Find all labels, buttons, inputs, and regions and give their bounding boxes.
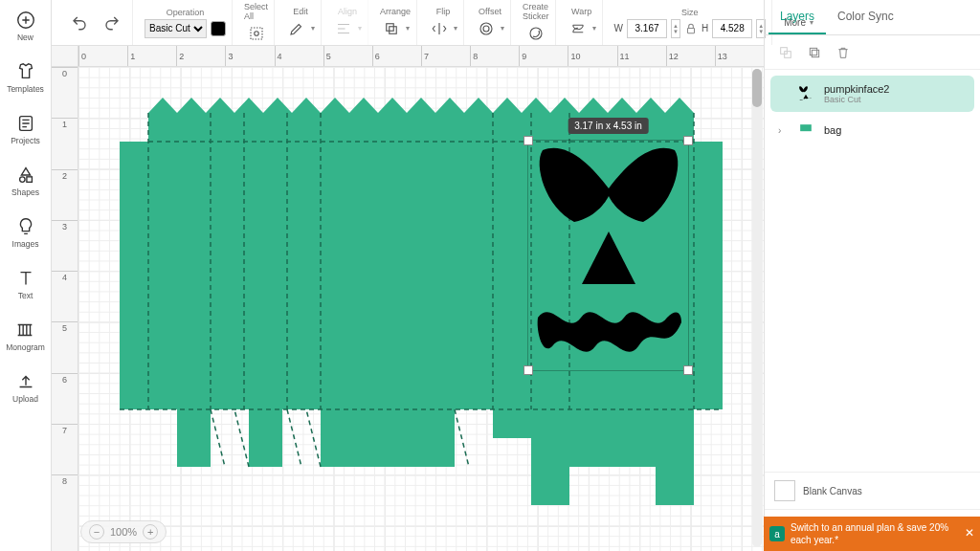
flip-icon: [429, 18, 450, 39]
warp-group[interactable]: Warp ▾: [562, 0, 603, 45]
ruler-vertical: 012345678: [52, 67, 78, 551]
svg-line-25: [287, 409, 301, 467]
edit-group[interactable]: Edit ▾: [280, 0, 322, 45]
shirt-icon: [15, 61, 36, 82]
offset-group[interactable]: Offset ▾: [470, 0, 511, 45]
selection-box[interactable]: 3.17 in x 4.53 in: [527, 140, 689, 371]
zoom-out-button[interactable]: −: [89, 524, 104, 540]
svg-rect-32: [800, 124, 812, 131]
rail-monogram[interactable]: Monogram: [6, 316, 45, 356]
svg-line-26: [306, 409, 321, 467]
rail-templates[interactable]: Templates: [7, 57, 44, 98]
layer-thumb-face: [795, 83, 816, 104]
height-input[interactable]: [712, 19, 752, 38]
flip-group[interactable]: Flip ▾: [423, 0, 464, 45]
pumpkinface-layer[interactable]: [528, 141, 690, 372]
canvas-swatch: [774, 480, 795, 501]
ruler-horizontal: 012345678910111213: [78, 46, 764, 67]
chevron-down-icon: ▾: [311, 24, 315, 33]
svg-line-27: [455, 409, 469, 467]
duplicate-icon[interactable]: [807, 45, 822, 60]
group-icon[interactable]: [778, 45, 793, 60]
rail-new[interactable]: New: [15, 6, 36, 46]
svg-rect-3: [26, 177, 31, 183]
monogram-icon: [14, 320, 35, 341]
panel-tabs: Layers Color Sync: [765, 0, 980, 35]
svg-rect-28: [781, 47, 788, 54]
svg-line-23: [211, 409, 225, 467]
zoom-control: − 100% +: [80, 520, 167, 543]
svg-rect-7: [390, 26, 397, 33]
sticker-group[interactable]: Create Sticker: [517, 0, 556, 45]
svg-point-8: [480, 23, 492, 34]
lock-icon[interactable]: [684, 22, 698, 35]
canvas-info[interactable]: Blank Canvas: [765, 472, 980, 509]
canvas-area: 012345678910111213 012345678: [52, 46, 764, 551]
svg-rect-6: [387, 23, 394, 31]
left-rail: New Templates Projects Shapes Images Tex…: [0, 0, 52, 551]
promo-banner[interactable]: a Switch to an annual plan & save 20% ea…: [764, 517, 980, 551]
width-input[interactable]: [627, 19, 667, 38]
promo-badge-icon: a: [769, 526, 785, 541]
svg-rect-30: [810, 48, 816, 55]
layer-item-pumpkinface[interactable]: pumpkinface2 Basic Cut: [770, 76, 974, 112]
tab-layers[interactable]: Layers: [768, 0, 826, 34]
svg-point-9: [483, 26, 489, 32]
layer-item-bag[interactable]: › bag: [770, 112, 974, 148]
svg-point-10: [530, 28, 542, 39]
fill-color-swatch[interactable]: [211, 21, 226, 36]
rail-projects[interactable]: Projects: [11, 109, 40, 149]
rail-images[interactable]: Images: [12, 212, 39, 253]
layer-thumb-bag: [795, 120, 816, 141]
arrange-group[interactable]: Arrange ▾: [374, 0, 417, 45]
undo-button[interactable]: [69, 12, 90, 33]
text-icon: [15, 268, 36, 289]
redo-button[interactable]: [101, 12, 122, 33]
right-panel: Layers Color Sync pumpkinface2 Basic Cut…: [764, 0, 980, 551]
edit-icon: [286, 18, 307, 39]
canvas[interactable]: 3.17 in x 4.53 in: [78, 67, 764, 551]
toolbar: Operation Basic Cut Select All Edit ▾ Al…: [52, 0, 764, 46]
resize-handle-se[interactable]: [683, 365, 693, 375]
zoom-in-button[interactable]: +: [143, 524, 158, 540]
upload-icon: [15, 371, 36, 392]
folder-icon: [15, 113, 36, 134]
resize-handle-ne[interactable]: [683, 136, 693, 145]
svg-line-24: [234, 409, 249, 467]
selectall-group[interactable]: Select All: [238, 0, 275, 45]
size-badge: 3.17 in x 4.53 in: [568, 118, 649, 134]
operation-group: Operation Basic Cut: [139, 0, 233, 45]
svg-rect-11: [687, 28, 694, 33]
trash-icon[interactable]: [835, 45, 851, 60]
canvas-scrollbar[interactable]: [752, 69, 762, 547]
layer-tools: [765, 35, 980, 70]
promo-close-button[interactable]: ✕: [965, 526, 974, 541]
sticker-icon: [525, 23, 546, 44]
shapes-icon: [15, 165, 36, 186]
operation-select[interactable]: Basic Cut: [145, 19, 207, 38]
svg-rect-29: [785, 51, 791, 57]
select-all-icon: [246, 23, 267, 44]
rail-text[interactable]: Text: [15, 264, 36, 304]
width-stepper[interactable]: ▲▼: [671, 19, 680, 38]
resize-handle-nw[interactable]: [523, 136, 533, 145]
svg-point-5: [254, 31, 258, 35]
svg-point-2: [19, 177, 24, 183]
zoom-value: 100%: [110, 526, 137, 538]
offset-icon: [476, 18, 497, 39]
align-group: Align ▾: [327, 0, 368, 45]
plus-circle-icon: [15, 10, 36, 31]
expand-caret-icon[interactable]: ›: [778, 125, 788, 136]
tab-color-sync[interactable]: Color Sync: [826, 0, 905, 34]
svg-rect-4: [251, 28, 262, 39]
align-icon: [333, 18, 354, 39]
rail-shapes[interactable]: Shapes: [11, 161, 39, 201]
lightbulb-icon: [15, 216, 36, 237]
warp-icon: [568, 18, 589, 39]
layer-list: pumpkinface2 Basic Cut › bag: [765, 70, 980, 472]
svg-rect-31: [812, 50, 818, 56]
arrange-icon: [381, 18, 402, 39]
size-group: Size W ▲▼ H ▲▼: [609, 0, 773, 45]
rail-upload[interactable]: Upload: [12, 367, 38, 408]
resize-handle-sw[interactable]: [523, 365, 533, 375]
